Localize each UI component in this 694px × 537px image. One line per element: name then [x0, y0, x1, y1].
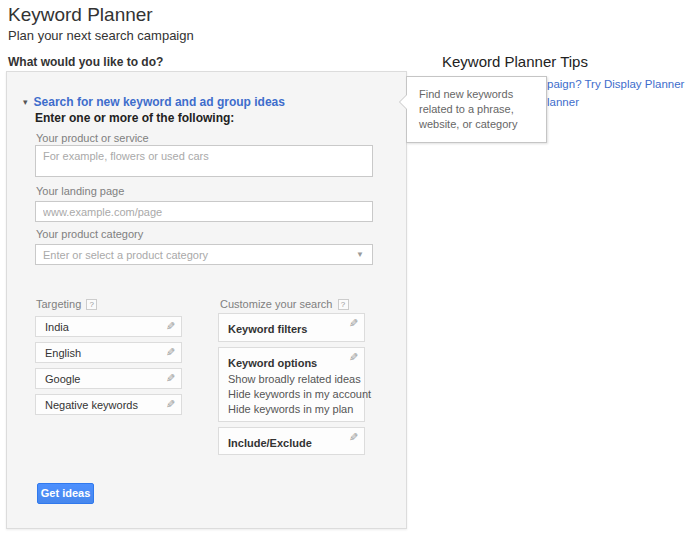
tooltip-text: Find new keywords related to a phrase, w… [419, 88, 517, 130]
product-category-label: Your product category [36, 228, 143, 240]
page-title: Keyword Planner [8, 4, 153, 26]
expander-label: Search for new keyword and ad group idea… [34, 95, 285, 109]
targeting-row-network[interactable]: Google ✎ [35, 368, 182, 389]
enter-instruction: Enter one or more of the following: [35, 111, 234, 125]
tip-link-planner[interactable]: lanner [547, 96, 579, 108]
product-service-label: Your product or service [36, 132, 149, 144]
targeting-row-negative-keywords[interactable]: Negative keywords ✎ [35, 394, 182, 415]
product-category-select[interactable]: Enter or select a product category ▼ [35, 244, 373, 265]
product-category-placeholder: Enter or select a product category [43, 249, 208, 261]
keyword-options-line: Show broadly related ideas [228, 373, 361, 385]
targeting-help-icon[interactable]: ? [86, 299, 97, 310]
edit-pencil-icon[interactable]: ✎ [349, 431, 358, 444]
customize-help-icon[interactable]: ? [338, 299, 349, 310]
landing-page-label: Your landing page [36, 185, 124, 197]
tooltip-find-new-keywords: Find new keywords related to a phrase, w… [406, 76, 547, 143]
product-service-input[interactable] [35, 145, 373, 177]
landing-page-input[interactable] [35, 201, 373, 222]
edit-pencil-icon[interactable]: ✎ [166, 372, 175, 385]
targeting-row-language[interactable]: English ✎ [35, 342, 182, 363]
dropdown-arrow-icon: ▼ [356, 250, 364, 259]
keyword-filters-box[interactable]: Keyword filters ✎ [218, 313, 365, 342]
expander-arrow-icon: ▾ [23, 97, 28, 107]
keyword-planner-page: Keyword Planner Plan your next search ca… [0, 0, 694, 537]
tip-link-display-planner[interactable]: paign? Try Display Planner [547, 78, 684, 90]
keyword-options-line: Hide keywords in my account [228, 388, 371, 400]
edit-pencil-icon[interactable]: ✎ [349, 351, 358, 364]
customize-section-label: Customize your search? [220, 298, 349, 310]
edit-pencil-icon[interactable]: ✎ [166, 346, 175, 359]
tooltip-arrow-icon [400, 95, 407, 109]
edit-pencil-icon[interactable]: ✎ [349, 317, 358, 330]
keyword-options-line: Hide keywords in my plan [228, 403, 353, 415]
search-panel: ▾Search for new keyword and ad group ide… [6, 71, 407, 529]
edit-pencil-icon[interactable]: ✎ [166, 398, 175, 411]
include-exclude-box[interactable]: Include/Exclude ✎ [218, 427, 365, 455]
tips-heading: Keyword Planner Tips [442, 53, 588, 70]
edit-pencil-icon[interactable]: ✎ [166, 320, 175, 333]
page-subtitle: Plan your next search campaign [8, 28, 194, 43]
section-question: What would you like to do? [8, 55, 163, 69]
expander-search-new-keywords[interactable]: ▾Search for new keyword and ad group ide… [23, 92, 285, 110]
keyword-options-box[interactable]: Keyword options ✎ Show broadly related i… [218, 347, 365, 422]
targeting-section-label: Targeting? [36, 298, 97, 310]
get-ideas-button[interactable]: Get ideas [37, 483, 94, 504]
targeting-row-locations[interactable]: India ✎ [35, 316, 182, 337]
